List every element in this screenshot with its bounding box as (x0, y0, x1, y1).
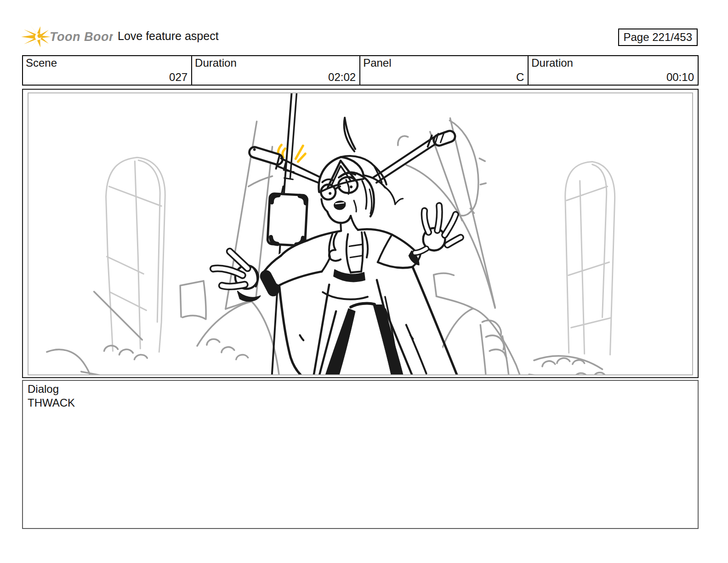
panel-label: Panel (363, 57, 391, 69)
scene-cell: Scene 027 (23, 56, 191, 85)
storyboard-export-page: Toon Boom Love feature aspect Page 221/4… (0, 0, 728, 563)
panel-cell: Panel C (359, 56, 528, 85)
dialog-text: THWACK (28, 396, 75, 409)
toonboom-logo: Toon Boom (21, 25, 113, 49)
right-stick (373, 132, 450, 183)
camera-frame (28, 92, 693, 375)
antenna-hair (344, 118, 355, 151)
dialog-label: Dialog (28, 383, 59, 396)
scene-duration-label: Duration (195, 57, 237, 69)
panel-info-table: Scene 027 Duration 02:02 Panel C Duratio… (22, 55, 699, 86)
dialog-box: Dialog THWACK (22, 380, 699, 529)
panel-duration-value: 00:10 (666, 71, 694, 84)
project-title: Love feature aspect (118, 29, 219, 43)
burst-core-dot (38, 34, 42, 38)
storyboard-panel (22, 89, 699, 378)
character-sketch (213, 93, 461, 374)
scene-duration-cell: Duration 02:02 (191, 56, 359, 85)
panel-duration-label: Duration (531, 57, 573, 69)
scene-label: Scene (26, 57, 57, 69)
scene-value: 027 (169, 71, 188, 84)
brand-wordmark: Toon Boom (50, 30, 113, 44)
storyboard-panel-drawing (28, 93, 692, 374)
panel-value: C (516, 71, 524, 84)
panel-duration-cell: Duration 00:10 (528, 56, 698, 85)
page-number-badge: Page 221/453 (618, 29, 698, 46)
scene-duration-value: 02:02 (328, 71, 356, 84)
